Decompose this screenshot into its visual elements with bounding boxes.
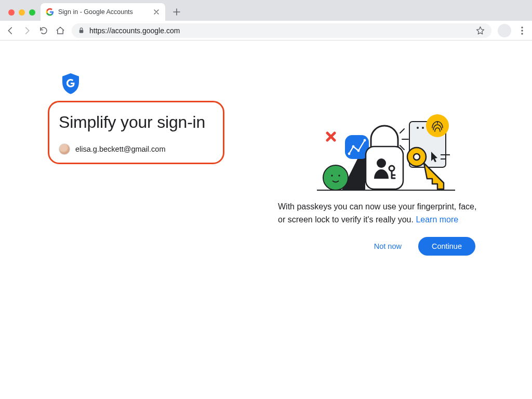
passkey-illustration: [311, 112, 461, 190]
svg-point-16: [357, 150, 360, 152]
new-tab-button[interactable]: [169, 5, 184, 19]
browser-tab[interactable]: Sign in - Google Accounts: [41, 3, 165, 21]
svg-rect-0: [79, 30, 84, 33]
svg-point-1: [521, 26, 523, 28]
svg-point-28: [414, 154, 420, 160]
svg-point-2: [521, 30, 523, 31]
not-now-button[interactable]: Not now: [369, 238, 407, 255]
tab-close-button[interactable]: [153, 8, 160, 16]
svg-point-24: [377, 158, 386, 168]
svg-rect-23: [366, 147, 403, 189]
account-email: elisa.g.beckett@gmail.com: [75, 145, 165, 153]
svg-point-11: [331, 175, 333, 177]
svg-point-26: [426, 114, 449, 137]
browser-chrome: Sign in - Google Accounts https://accoun…: [0, 0, 532, 41]
action-row: Not now Continue: [278, 237, 475, 256]
svg-point-15: [352, 145, 355, 148]
window-maximize-button[interactable]: [29, 9, 35, 16]
browser-menu-button[interactable]: [517, 26, 527, 35]
headline-highlight-box: Simplify your sign-in elisa.g.beckett@gm…: [48, 101, 224, 164]
svg-point-12: [338, 175, 340, 177]
continue-button[interactable]: Continue: [418, 237, 475, 256]
window-minimize-button[interactable]: [19, 9, 25, 16]
lock-icon: [78, 27, 85, 34]
reload-button[interactable]: [38, 25, 49, 36]
account-chip[interactable]: elisa.g.beckett@gmail.com: [59, 143, 214, 155]
svg-point-17: [364, 139, 366, 142]
address-bar[interactable]: https://accounts.google.com: [72, 23, 491, 38]
google-favicon-icon: [46, 8, 54, 16]
page-headline: Simplify your sign-in: [59, 113, 214, 132]
bookmark-star-icon[interactable]: [476, 26, 485, 35]
svg-point-14: [348, 153, 351, 155]
back-button[interactable]: [5, 25, 16, 36]
learn-more-link[interactable]: Learn more: [416, 215, 458, 224]
tab-strip: Sign in - Google Accounts: [0, 0, 532, 21]
window-close-button[interactable]: [8, 9, 15, 16]
browser-toolbar: https://accounts.google.com: [0, 21, 532, 41]
forward-button[interactable]: [22, 25, 32, 36]
window-controls: [4, 9, 41, 21]
google-shield-icon: [61, 73, 80, 95]
svg-line-20: [400, 129, 404, 133]
url-text: https://accounts.google.com: [89, 26, 180, 35]
account-avatar-icon: [59, 143, 70, 155]
svg-point-3: [521, 33, 523, 34]
profile-avatar-button[interactable]: [498, 24, 511, 37]
home-button[interactable]: [55, 25, 65, 36]
svg-point-6: [417, 127, 419, 129]
passkey-description: With passkeys you can now use your finge…: [278, 201, 484, 227]
page-content: Simplify your sign-in elisa.g.beckett@gm…: [0, 41, 532, 399]
tab-title: Sign in - Google Accounts: [58, 8, 149, 16]
svg-point-7: [422, 127, 424, 129]
